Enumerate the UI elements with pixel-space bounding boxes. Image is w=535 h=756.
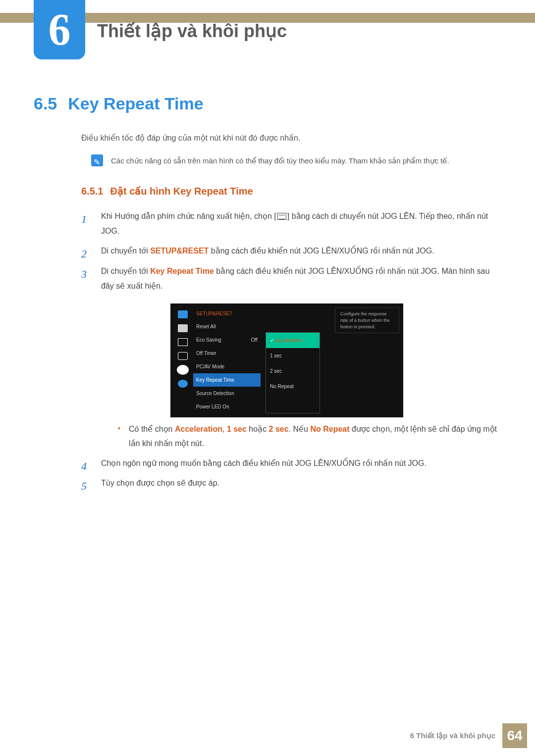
osd-popup-2sec: 2 sec — [266, 363, 320, 379]
subsection-number: 6.5.1 — [81, 186, 103, 197]
step-text: Tùy chọn được chọn sẽ được áp. — [101, 479, 219, 487]
content-area: 6.5 Key Repeat Time Điều khiển tốc độ đá… — [34, 94, 501, 496]
osd-menu-title: SETUP&RESET — [193, 307, 261, 320]
bullet-text: , — [222, 425, 227, 433]
keyword-norepeat: No Repeat — [310, 425, 349, 433]
step-3: 3 Di chuyển tới Key Repeat Time bằng các… — [81, 264, 501, 451]
note-icon — [91, 154, 103, 166]
page-footer: 6 Thiết lập và khôi phục 64 — [410, 723, 527, 748]
bullet-item: Có thể chọn Acceleration, 1 sec hoặc 2 s… — [118, 422, 501, 451]
osd-menu: SETUP&RESET Reset All Eco SavingOff Off … — [191, 307, 261, 413]
step-number: 2 — [81, 244, 87, 264]
osd-item-label: PC/AV Mode — [196, 362, 224, 371]
monitor-icon — [178, 310, 188, 318]
osd-item-label: Eco Saving — [196, 335, 221, 345]
menu-icon — [277, 213, 286, 220]
footer-page-number: 64 — [502, 723, 527, 748]
step-text: Di chuyển tới — [101, 267, 150, 275]
step-text: bằng cách điều khiển nút JOG LÊN/XUỐNG r… — [209, 247, 434, 255]
bullet-text: Có thể chọn — [129, 425, 175, 433]
section-title: Key Repeat Time — [68, 94, 203, 113]
osd-screenshot: SETUP&RESET Reset All Eco SavingOff Off … — [170, 303, 501, 417]
osd-item-label: Reset All — [196, 322, 215, 331]
subsection-title: Đặt cấu hình Key Repeat Time — [110, 185, 253, 197]
step-number: 1 — [81, 209, 87, 230]
osd-popup-acceleration: Acceleration — [266, 333, 320, 348]
osd-item-sourcedetection: Source Detection — [193, 387, 261, 400]
osd-item-label: Source Detection — [196, 389, 234, 398]
keyword-acceleration: Acceleration — [175, 425, 222, 433]
osd-item-label: Key Repeat Time — [196, 375, 234, 385]
bullet-text: . Nếu — [289, 425, 311, 433]
step-number: 3 — [81, 264, 87, 285]
section-heading: 6.5 Key Repeat Time — [34, 94, 501, 113]
contrast-icon — [178, 324, 188, 332]
osd-item-powerled: Power LED On — [193, 400, 261, 413]
step-5: 5 Tùy chọn được chọn sẽ được áp. — [81, 476, 501, 491]
section-number: 6.5 — [34, 94, 57, 113]
osd-popup: Acceleration 1 sec 2 sec No Repeat — [266, 332, 320, 413]
osd-item-pcav: PC/AV Mode — [193, 360, 261, 373]
step-text: Chọn ngôn ngữ mong muốn bằng cách điều k… — [101, 459, 427, 467]
step-2: 2 Di chuyển tới SETUP&RESET bằng cách đi… — [81, 244, 501, 258]
osd-item-value: Off — [251, 335, 258, 345]
lines-icon — [178, 338, 188, 346]
keyword-keyrepeattime: Key Repeat Time — [150, 267, 214, 275]
osd-popup-1sec: 1 sec — [266, 348, 320, 363]
osd-help-text: Configure the response rate of a button … — [335, 307, 399, 333]
osd-item-offtimer: Off Timer — [193, 347, 261, 360]
subsection-heading: 6.5.1 Đặt cấu hình Key Repeat Time — [81, 185, 501, 197]
osd-item-ecosaving: Eco SavingOff — [193, 333, 261, 347]
step-list: 1 Khi Hướng dẫn phím chức năng xuất hiện… — [81, 209, 501, 491]
osd-popup-norepeat: No Repeat — [266, 379, 320, 394]
osd-sidebar-icons — [174, 307, 191, 413]
step-number: 5 — [81, 476, 87, 497]
keyword-setupreset: SETUP&RESET — [150, 247, 209, 255]
keyword-1sec: 1 sec — [227, 425, 247, 433]
arrows-icon — [178, 352, 188, 360]
chapter-title: Thiết lập và khôi phục — [97, 21, 287, 42]
keyword-2sec: 2 sec — [269, 425, 289, 433]
chapter-number: 6 — [49, 7, 71, 52]
chapter-badge: 6 — [34, 0, 85, 59]
section-intro: Điều khiển tốc độ đáp ứng của một nút kh… — [81, 133, 501, 143]
osd-item-resetall: Reset All — [193, 320, 261, 333]
step-number: 4 — [81, 456, 87, 477]
osd-panel: SETUP&RESET Reset All Eco SavingOff Off … — [170, 303, 403, 417]
gear-icon — [178, 366, 188, 374]
note-row: Các chức năng có sẵn trên màn hình có th… — [91, 154, 501, 167]
note-text: Các chức năng có sẵn trên màn hình có th… — [111, 154, 449, 167]
step-1: 1 Khi Hướng dẫn phím chức năng xuất hiện… — [81, 209, 501, 239]
step-4: 4 Chọn ngôn ngữ mong muốn bằng cách điều… — [81, 456, 501, 471]
osd-item-keyrepeat: Key Repeat Time — [193, 373, 261, 387]
step-text: Khi Hướng dẫn phím chức năng xuất hiện, … — [101, 212, 276, 220]
info-icon — [178, 380, 188, 388]
bullet-list: Có thể chọn Acceleration, 1 sec hoặc 2 s… — [118, 422, 501, 451]
osd-item-label: Off Timer — [196, 349, 216, 358]
footer-chapter-text: 6 Thiết lập và khôi phục — [410, 731, 495, 740]
bullet-text: hoặc — [247, 425, 269, 433]
osd-item-label: Power LED On — [196, 402, 229, 411]
step-text: Di chuyển tới — [101, 247, 150, 255]
